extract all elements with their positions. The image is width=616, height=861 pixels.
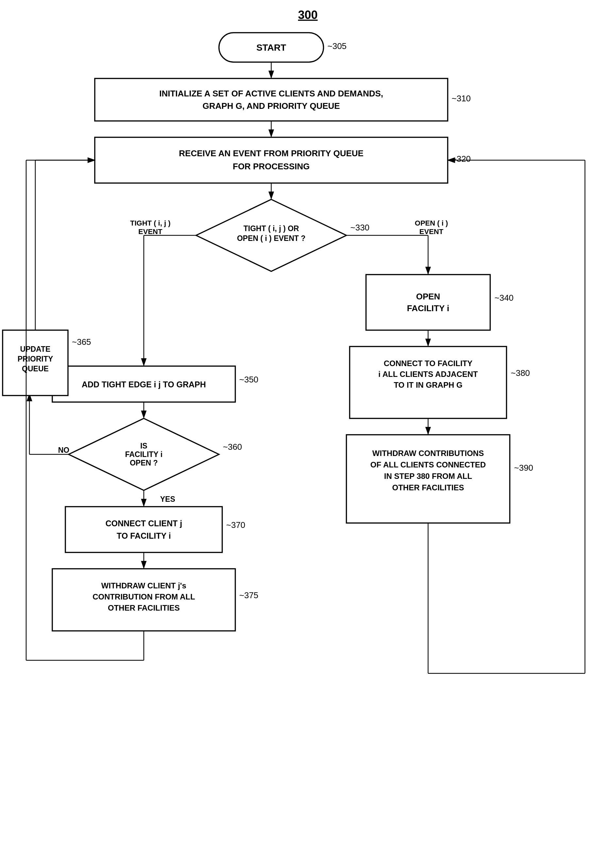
start-label: START (256, 42, 286, 53)
step330-line1: TIGHT ( i, j ) OR (244, 224, 299, 233)
ref-305: ~305 (327, 41, 347, 51)
step370-line1: CONNECT CLIENT j (105, 519, 182, 528)
step390-line1: WITHDRAW CONTRIBUTIONS (372, 449, 484, 458)
step320-line2: FOR PROCESSING (233, 162, 310, 171)
ref-380: ~380 (511, 368, 530, 378)
ref-370: ~370 (226, 520, 245, 530)
open-event-line2: EVENT (419, 228, 443, 236)
ref-375: ~375 (239, 590, 258, 600)
step330-line2: OPEN ( i ) EVENT ? (237, 234, 306, 242)
svg-rect-53 (95, 137, 448, 183)
step370-line2: TO FACILITY i (117, 531, 171, 540)
yes-label: YES (160, 495, 175, 504)
step360-line3: OPEN ? (130, 459, 158, 467)
step310-line2: GRAPH G, AND PRIORITY QUEUE (203, 101, 340, 111)
tight-event-line1: TIGHT ( i, j ) (130, 219, 170, 227)
step365-line2: PRIORITY (18, 355, 53, 363)
diagram-number: 300 (298, 8, 317, 22)
step390-line4: OTHER FACILITIES (392, 483, 464, 492)
step390-line3: IN STEP 380 FROM ALL (384, 472, 472, 480)
ref-360: ~360 (223, 442, 242, 452)
step360-line1: IS (140, 442, 148, 450)
step380-line3: TO IT IN GRAPH G (394, 381, 462, 389)
ref-340: ~340 (495, 293, 514, 303)
step375-line1: WITHDRAW CLIENT j's (101, 581, 186, 590)
step340-line1: OPEN (416, 291, 440, 301)
step310-line1: INITIALIZE A SET OF ACTIVE CLIENTS AND D… (159, 88, 383, 98)
step390-line2: OF ALL CLIENTS CONNECTED (370, 460, 486, 469)
step340-line2: FACILITY i (407, 303, 449, 313)
step375-line3: OTHER FACILITIES (108, 603, 180, 612)
flowchart-diagram: 300 START ~305 INITIALIZE A SET OF ACTIV… (0, 0, 616, 861)
no-label: NO (58, 446, 70, 454)
svg-rect-51 (95, 79, 448, 121)
ref-390: ~390 (514, 463, 533, 473)
ref-350: ~350 (239, 375, 258, 384)
step320-line1: RECEIVE AN EVENT FROM PRIORITY QUEUE (179, 148, 364, 158)
ref-365: ~365 (72, 337, 91, 347)
step380-line2: i ALL CLIENTS ADJACENT (379, 370, 478, 379)
svg-rect-60 (366, 275, 490, 330)
step365-line1: UPDATE (20, 345, 51, 353)
step360-line2: FACILITY i (125, 450, 163, 459)
ref-330: ~330 (350, 223, 369, 232)
step375-line2: CONTRIBUTION FROM ALL (93, 592, 195, 601)
ref-310: ~310 (452, 93, 471, 103)
open-event-line1: OPEN ( i ) (415, 219, 448, 227)
svg-rect-74 (65, 507, 222, 552)
step350-label: ADD TIGHT EDGE i j TO GRAPH (82, 380, 206, 389)
ref-320: ~320 (452, 154, 471, 164)
step380-line1: CONNECT TO FACILITY (383, 359, 473, 368)
tight-event-line2: EVENT (138, 228, 162, 236)
